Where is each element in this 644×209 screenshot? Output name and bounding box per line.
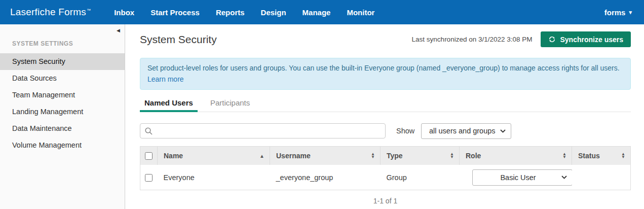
cell-type: Group bbox=[381, 165, 460, 190]
nav-item-design[interactable]: Design bbox=[253, 8, 294, 17]
row-checkbox-cell bbox=[140, 165, 158, 190]
learn-more-link[interactable]: Learn more bbox=[147, 75, 184, 83]
sidebar: ◀ SYSTEM SETTINGS System Security Data S… bbox=[0, 24, 125, 209]
page-header: System Security Last synchronized on 3/1… bbox=[140, 31, 631, 47]
column-header-role[interactable]: Role ▲▼ bbox=[460, 146, 572, 165]
nav-item-start-process[interactable]: Start Process bbox=[142, 8, 208, 17]
select-all-checkbox[interactable] bbox=[145, 152, 153, 160]
cell-username: _everyone_group bbox=[270, 165, 381, 190]
main-nav: Inbox Start Process Reports Design Manag… bbox=[106, 8, 383, 17]
show-filter-select[interactable]: all users and groups bbox=[421, 123, 511, 139]
synchronize-users-button[interactable]: Synchronize users bbox=[541, 31, 631, 47]
filter-controls: Show all users and groups bbox=[140, 123, 631, 139]
sort-icon: ▲▼ bbox=[621, 153, 625, 159]
role-select-value: Basic User bbox=[479, 173, 557, 182]
table-row: Everyone _everyone_group Group Basic Use… bbox=[140, 165, 631, 190]
brand-text: Laserfiche Forms bbox=[10, 7, 86, 17]
top-navbar: Laserfiche Forms™ Inbox Start Process Re… bbox=[0, 0, 644, 24]
sort-icon: ▲▼ bbox=[450, 153, 454, 159]
sidebar-item-system-security[interactable]: System Security bbox=[0, 53, 125, 70]
sidebar-item-team-management[interactable]: Team Management bbox=[0, 87, 125, 103]
column-header-username[interactable]: Username ▲▼ bbox=[270, 146, 381, 165]
nav-item-reports[interactable]: Reports bbox=[208, 8, 253, 17]
info-banner: Set product-level roles for users and gr… bbox=[140, 58, 631, 90]
search-box bbox=[140, 123, 386, 138]
show-label: Show bbox=[396, 127, 414, 135]
tab-participants[interactable]: Participants bbox=[206, 98, 254, 112]
cell-role: Basic User bbox=[460, 165, 572, 190]
caret-down-icon: ▾ bbox=[629, 10, 632, 15]
info-banner-text: Set product-level roles for users and gr… bbox=[147, 64, 620, 72]
page-title: System Security bbox=[140, 33, 217, 46]
last-synchronized-text: Last synchronized on 3/1/2022 3:08 PM bbox=[412, 36, 533, 43]
tab-named-users[interactable]: Named Users bbox=[140, 98, 198, 112]
search-input[interactable] bbox=[157, 126, 381, 135]
sidebar-item-data-maintenance[interactable]: Data Maintenance bbox=[0, 120, 125, 137]
column-header-status[interactable]: Status ▲▼ bbox=[572, 146, 631, 165]
chevron-down-icon bbox=[500, 129, 506, 133]
sidebar-item-volume-management[interactable]: Volume Management bbox=[0, 137, 125, 154]
sidebar-item-landing-management[interactable]: Landing Management bbox=[0, 103, 125, 120]
nav-item-manage[interactable]: Manage bbox=[294, 8, 339, 17]
pagination-text: 1-1 of 1 bbox=[140, 197, 631, 205]
sort-ascending-icon: ▲ bbox=[259, 153, 264, 159]
sidebar-item-data-sources[interactable]: Data Sources bbox=[0, 70, 125, 87]
user-menu-label: forms bbox=[604, 8, 626, 17]
sidebar-collapse-button[interactable]: ◀ bbox=[117, 28, 120, 33]
row-checkbox[interactable] bbox=[145, 174, 153, 182]
nav-item-monitor[interactable]: Monitor bbox=[338, 8, 383, 17]
show-filter-value: all users and groups bbox=[428, 127, 496, 135]
column-header-type[interactable]: Type ▲▼ bbox=[381, 146, 460, 165]
sync-refresh-icon bbox=[548, 36, 556, 43]
nav-item-inbox[interactable]: Inbox bbox=[106, 8, 142, 17]
role-select[interactable]: Basic User bbox=[472, 169, 573, 186]
column-header-checkbox bbox=[140, 146, 158, 165]
synchronize-users-label: Synchronize users bbox=[560, 36, 624, 44]
collapse-arrow-icon: ◀ bbox=[117, 28, 120, 33]
table-header-row: Name ▲ Username ▲▼ Type ▲▼ Role ▲▼ Statu… bbox=[140, 146, 631, 165]
main-content: System Security Last synchronized on 3/1… bbox=[126, 24, 644, 209]
sidebar-section-title: SYSTEM SETTINGS bbox=[12, 40, 125, 47]
tab-bar: Named Users Participants bbox=[140, 98, 631, 112]
chevron-down-icon bbox=[561, 176, 567, 179]
search-icon bbox=[144, 127, 153, 135]
app-logo[interactable]: Laserfiche Forms™ bbox=[10, 7, 91, 18]
column-header-name[interactable]: Name ▲ bbox=[158, 146, 270, 165]
sort-icon: ▲▼ bbox=[371, 153, 375, 159]
cell-name: Everyone bbox=[158, 165, 270, 190]
trademark-symbol: ™ bbox=[87, 8, 91, 13]
cell-status bbox=[572, 165, 631, 190]
sort-icon: ▲▼ bbox=[562, 153, 566, 159]
users-table: Name ▲ Username ▲▼ Type ▲▼ Role ▲▼ Statu… bbox=[140, 146, 631, 190]
user-account-menu[interactable]: forms ▾ bbox=[604, 8, 632, 17]
